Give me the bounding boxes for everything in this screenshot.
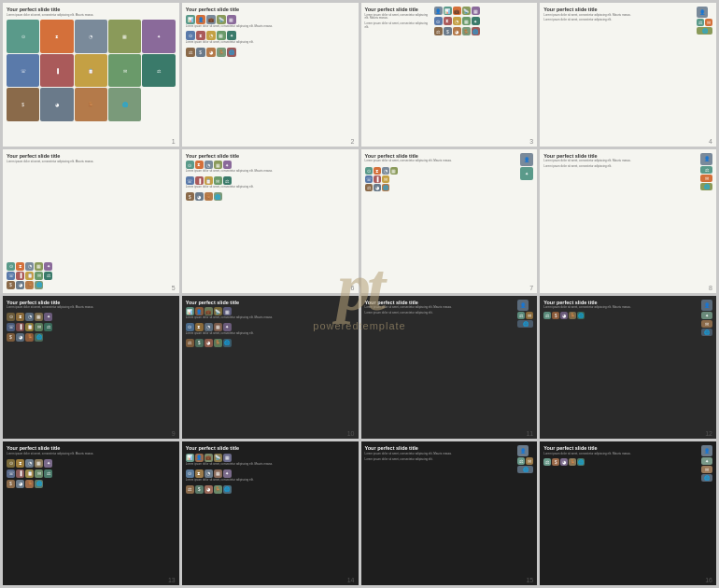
icon: ✦ [520,167,533,180]
icon: ⧗ [196,31,205,40]
icon: ◕ [560,312,568,319]
icon: 🪑 [569,312,576,319]
slide-15-title: Your perfect slide title [365,445,516,452]
slide-6[interactable]: Your perfect slide title ⊙ ⧗ ◔ ▦ ✦ Lorem… [182,149,359,293]
icon: ⧗ [40,20,73,52]
icon: 🪑 [25,333,34,342]
icon: ⚖ [700,166,712,174]
icon: ▦ [217,31,226,40]
icon: 🌐 [517,466,533,473]
icon: ⊙ [365,167,373,175]
slide-14-number: 14 [347,577,355,583]
icon: 📋 [75,54,107,87]
slide-3-number: 3 [529,138,533,145]
slide-6-text: Lorem ipsum dolor sit amet, consectetur … [186,170,355,174]
slide-7[interactable]: Your perfect slide title Lorem ipsum dol… [361,149,538,293]
icon: ✦ [44,262,52,271]
icon: ☏ [7,323,15,331]
icon: ◕ [16,281,24,289]
icon: ⊙ [7,313,15,321]
slide-14[interactable]: Your perfect slide title 📊 👤 💼 📡 ▦ Lorem… [182,441,359,585]
icon: ◕ [16,333,24,342]
person-icon: 👤 [697,7,708,18]
icon: 👤 [195,454,204,462]
icon: 📋 [25,469,34,478]
icon: ✦ [227,31,236,40]
slide-8[interactable]: Your perfect slide title Lorem ipsum dol… [540,149,716,293]
icon: ✦ [142,20,175,52]
slide-11[interactable]: Your perfect slide title Lorem ipsum dol… [361,296,538,440]
icon: ◕ [40,88,73,120]
icon: ☏ [7,54,39,87]
slide-10[interactable]: Your perfect slide title 📊 👤 💼 📡 ▦ Lorem… [182,296,359,440]
slide-7-title: Your perfect slide title [365,153,519,160]
slide-2-title: Your perfect slide title [186,7,355,13]
icon: 💼 [453,7,461,15]
person-icon: 👤 [701,300,712,311]
icon: ✦ [223,469,232,478]
icon: ⚖ [434,27,443,35]
icon: ▦ [214,161,222,169]
icon: ▦ [35,313,43,321]
slide-14-text: Lorem ipsum dolor sit amet, consectetur … [186,463,355,467]
slide-1[interactable]: Your perfect slide title Lorem ipsum dol… [3,3,179,147]
slide-15[interactable]: Your perfect slide title Lorem ipsum dol… [361,441,538,585]
icon: ◕ [16,480,24,488]
icon: $ [7,333,15,342]
slide-4[interactable]: Your perfect slide title Lorem ipsum dol… [540,3,716,147]
icon: 🌐 [223,339,232,347]
icon: ☏ [186,176,194,185]
icon: ▦ [35,459,43,468]
icon: ☏ [7,272,15,280]
icon: ◔ [204,469,213,478]
icon: 🪑 [204,192,213,201]
icon: ▦ [390,167,398,175]
icon: 📋 [25,323,34,331]
slide-10-number: 10 [347,430,355,437]
icon: ✉ [526,312,533,319]
slide-1-icons: ⊙ ⧗ ◔ ▦ ✦ ☏ ▐ 📋 ✉ ⚖ $ ◕ 🪑 🌐 [7,20,176,120]
slide-3-title: Your perfect slide title [365,7,432,13]
slide-3[interactable]: Your perfect slide title Lorem ipsum dol… [361,3,538,147]
icon: ✉ [382,175,389,183]
slide-13[interactable]: Your perfect slide title Lorem ipsum dol… [3,441,179,585]
icon: 📡 [214,454,222,462]
icon: 📊 [186,15,195,24]
icon: ⚖ [142,54,175,87]
slide-2-text: Lorem ipsum dolor sit amet, consectetur … [186,25,355,29]
icon: ▦ [108,20,141,52]
icon: ✦ [472,17,480,25]
slide-9[interactable]: Your perfect slide title Lorem ipsum dol… [3,296,179,440]
person-icon: 👤 [517,445,529,456]
slide-1-title: Your perfect slide title [7,7,176,13]
icon: ▐ [195,176,204,185]
icon: ✉ [35,323,43,331]
icon: $ [552,312,559,319]
icon: ▦ [214,323,222,331]
icon: ⚖ [697,19,704,26]
icon: ▦ [35,262,43,271]
icon: ✉ [701,466,712,473]
icon: $ [7,480,15,488]
slide-5[interactable]: Your perfect slide title Lorem ipsum dol… [3,149,179,293]
slide-2[interactable]: Your perfect slide title 📊 👤 💼 📡 ▦ Lorem… [182,3,359,147]
icon: $ [444,27,452,35]
icon: ◕ [206,48,216,57]
icon: 💼 [204,307,213,315]
icon: $ [186,192,194,201]
slide-12[interactable]: Your perfect slide title Lorem ipsum dol… [540,296,716,440]
slide-grid: Your perfect slide title Lorem ipsum dol… [0,0,719,588]
slide-2-number: 2 [351,138,355,145]
icon: ◔ [25,262,34,271]
slide-13-text: Lorem ipsum dolor sit amet, consectetur … [7,453,176,456]
slide-5-text: Lorem ipsum dolor sit amet, consectetur … [7,161,93,164]
slide-16[interactable]: Your perfect slide title Lorem ipsum dol… [540,441,716,585]
icon: ⚖ [186,48,195,57]
icon: ⚖ [44,272,52,280]
icon: ▦ [223,307,232,315]
icon: ✦ [44,313,52,321]
icon: 🌐 [35,333,43,342]
icon: ✉ [35,272,43,280]
icon: ✉ [705,19,712,26]
slide-15-text2: Lorem ipsum dolor sit amet, consectetur … [365,458,516,462]
